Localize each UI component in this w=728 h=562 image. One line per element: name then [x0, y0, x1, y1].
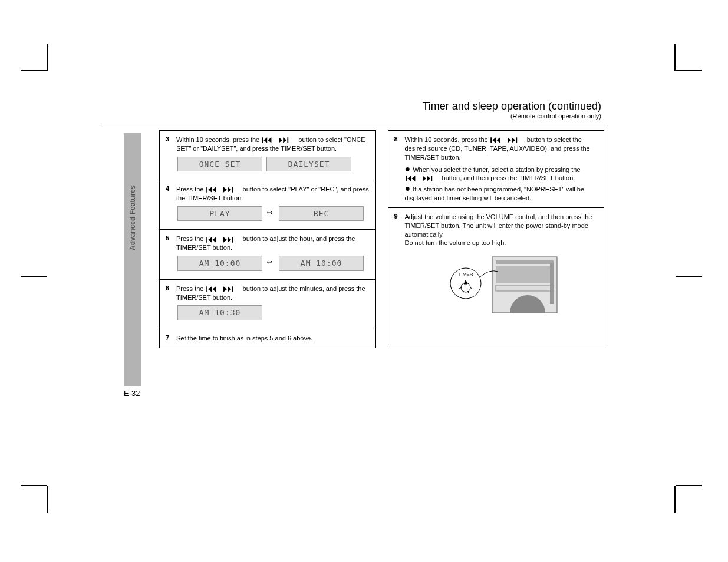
side-tab: [124, 133, 141, 386]
skip-icon: [261, 137, 297, 144]
step-9: 9 Adjust the volume using the VOLUME con…: [388, 208, 604, 323]
svg-rect-3: [496, 285, 554, 291]
skip-icon: [206, 236, 241, 243]
skip-icon: [490, 137, 525, 144]
lcd-rec: REC: [279, 206, 364, 222]
page-subtitle: (Remote control operation only): [100, 113, 604, 120]
arrow-icon: [265, 209, 276, 216]
manual-page: Timer and sleep operation (continued) (R…: [100, 100, 604, 348]
step-8: 8 Within 10 seconds, press the button to…: [388, 131, 604, 208]
lcd-once: ONCE SET: [177, 157, 262, 172]
step-5: 5 Press the button to adjust the hour, a…: [160, 230, 375, 279]
page-number: E-32: [124, 389, 140, 398]
step-3: 3 Within 10 seconds, press the button to…: [160, 131, 375, 180]
svg-rect-1: [496, 260, 554, 264]
svg-rect-2: [496, 266, 554, 283]
lcd-min: AM 10:30: [177, 305, 262, 320]
stereo-illustration: TIMER: [405, 251, 598, 318]
svg-rect-4: [550, 263, 554, 304]
step-6: 6 Press the button to adjust the minutes…: [160, 280, 375, 329]
timer-label: TIMER: [459, 272, 473, 277]
lcd-daily: DAILYSET: [266, 157, 351, 172]
step-4: 4 Press the button to select "PLAY" or "…: [160, 180, 375, 230]
left-column: 3 Within 10 seconds, press the button to…: [159, 130, 376, 348]
lcd-play: PLAY: [177, 206, 262, 222]
lcd-hour-a: AM 10:00: [177, 256, 262, 271]
skip-icon: [206, 286, 241, 293]
skip-icon: [405, 175, 440, 182]
right-column: 8 Within 10 seconds, press the button to…: [388, 130, 605, 348]
step-7: 7 Set the time to finish as in steps 5 a…: [160, 329, 375, 348]
skip-icon: [206, 186, 241, 193]
page-title: Timer and sleep operation (continued): [100, 100, 604, 113]
arrow-icon: [265, 259, 276, 266]
side-label: Advanced Features: [129, 185, 137, 250]
lcd-hour-b: AM 10:00: [279, 256, 364, 271]
